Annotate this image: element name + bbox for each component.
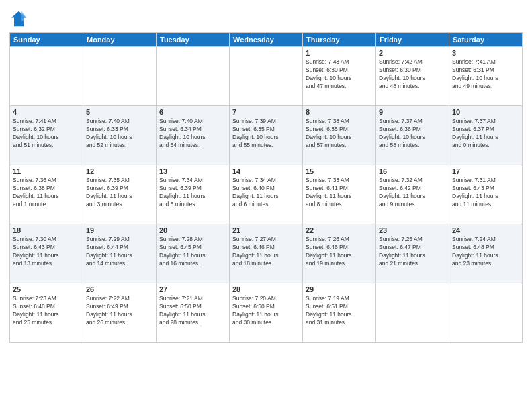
day-number: 25 <box>13 285 80 293</box>
calendar-table: SundayMondayTuesdayWednesdayThursdayFrid… <box>9 32 523 342</box>
day-header-wednesday: Wednesday <box>230 33 303 47</box>
day-header-friday: Friday <box>376 33 449 47</box>
day-cell: 12Sunrise: 7:35 AM Sunset: 6:39 PM Dayli… <box>83 165 157 224</box>
day-number: 6 <box>159 108 226 116</box>
header <box>9 7 523 28</box>
day-number: 10 <box>452 108 519 116</box>
day-number: 18 <box>13 226 80 234</box>
day-info: Sunrise: 7:43 AM Sunset: 6:30 PM Dayligh… <box>306 58 373 91</box>
day-number: 3 <box>452 49 519 57</box>
day-cell: 21Sunrise: 7:27 AM Sunset: 6:46 PM Dayli… <box>230 224 303 283</box>
day-info: Sunrise: 7:32 AM Sunset: 6:42 PM Dayligh… <box>379 177 446 209</box>
day-cell: 4Sunrise: 7:41 AM Sunset: 6:32 PM Daylig… <box>10 106 83 165</box>
day-cell: 13Sunrise: 7:34 AM Sunset: 6:39 PM Dayli… <box>157 165 230 224</box>
day-cell: 25Sunrise: 7:23 AM Sunset: 6:48 PM Dayli… <box>10 283 83 342</box>
day-number: 28 <box>232 285 300 293</box>
day-info: Sunrise: 7:40 AM Sunset: 6:33 PM Dayligh… <box>86 118 153 150</box>
day-info: Sunrise: 7:23 AM Sunset: 6:48 PM Dayligh… <box>13 295 80 327</box>
day-number: 12 <box>86 167 153 175</box>
week-row-2: 4Sunrise: 7:41 AM Sunset: 6:32 PM Daylig… <box>10 106 523 165</box>
day-cell: 28Sunrise: 7:20 AM Sunset: 6:50 PM Dayli… <box>230 283 303 342</box>
day-number: 20 <box>159 226 226 234</box>
day-info: Sunrise: 7:31 AM Sunset: 6:43 PM Dayligh… <box>452 177 519 209</box>
day-info: Sunrise: 7:34 AM Sunset: 6:39 PM Dayligh… <box>159 177 226 209</box>
week-row-1: 1Sunrise: 7:43 AM Sunset: 6:30 PM Daylig… <box>10 47 523 106</box>
day-cell: 2Sunrise: 7:42 AM Sunset: 6:30 PM Daylig… <box>376 47 449 106</box>
day-cell: 6Sunrise: 7:40 AM Sunset: 6:34 PM Daylig… <box>157 106 230 165</box>
day-number: 8 <box>306 108 373 116</box>
day-number: 1 <box>306 49 373 57</box>
day-header-sunday: Sunday <box>10 33 83 47</box>
day-number: 4 <box>13 108 80 116</box>
day-info: Sunrise: 7:28 AM Sunset: 6:45 PM Dayligh… <box>159 236 226 268</box>
header-row: SundayMondayTuesdayWednesdayThursdayFrid… <box>10 33 523 47</box>
day-number: 13 <box>159 167 226 175</box>
day-cell: 17Sunrise: 7:31 AM Sunset: 6:43 PM Dayli… <box>449 165 523 224</box>
day-number: 27 <box>159 285 226 293</box>
day-number: 16 <box>379 167 446 175</box>
day-number: 23 <box>379 226 446 234</box>
week-row-3: 11Sunrise: 7:36 AM Sunset: 6:38 PM Dayli… <box>10 165 523 224</box>
day-info: Sunrise: 7:30 AM Sunset: 6:43 PM Dayligh… <box>13 236 80 268</box>
logo-icon <box>9 9 28 28</box>
day-number: 9 <box>379 108 446 116</box>
day-cell <box>230 47 303 106</box>
day-number: 21 <box>232 226 300 234</box>
page: SundayMondayTuesdayWednesdayThursdayFrid… <box>0 0 532 411</box>
day-info: Sunrise: 7:33 AM Sunset: 6:41 PM Dayligh… <box>306 177 373 209</box>
day-info: Sunrise: 7:39 AM Sunset: 6:35 PM Dayligh… <box>232 118 300 150</box>
day-info: Sunrise: 7:42 AM Sunset: 6:30 PM Dayligh… <box>379 58 446 91</box>
day-cell: 10Sunrise: 7:37 AM Sunset: 6:37 PM Dayli… <box>449 106 523 165</box>
day-cell: 23Sunrise: 7:25 AM Sunset: 6:47 PM Dayli… <box>376 224 449 283</box>
day-info: Sunrise: 7:20 AM Sunset: 6:50 PM Dayligh… <box>232 295 300 327</box>
week-row-4: 18Sunrise: 7:30 AM Sunset: 6:43 PM Dayli… <box>10 224 523 283</box>
svg-marker-0 <box>11 11 26 26</box>
day-number: 5 <box>86 108 153 116</box>
day-cell: 16Sunrise: 7:32 AM Sunset: 6:42 PM Dayli… <box>376 165 449 224</box>
day-number: 17 <box>452 167 519 175</box>
day-info: Sunrise: 7:27 AM Sunset: 6:46 PM Dayligh… <box>232 236 300 268</box>
day-cell: 29Sunrise: 7:19 AM Sunset: 6:51 PM Dayli… <box>303 283 376 342</box>
day-header-monday: Monday <box>83 33 157 47</box>
day-cell <box>449 283 523 342</box>
day-cell: 11Sunrise: 7:36 AM Sunset: 6:38 PM Dayli… <box>10 165 83 224</box>
day-cell: 7Sunrise: 7:39 AM Sunset: 6:35 PM Daylig… <box>230 106 303 165</box>
day-cell: 15Sunrise: 7:33 AM Sunset: 6:41 PM Dayli… <box>303 165 376 224</box>
day-info: Sunrise: 7:41 AM Sunset: 6:32 PM Dayligh… <box>13 118 80 150</box>
day-cell: 22Sunrise: 7:26 AM Sunset: 6:46 PM Dayli… <box>303 224 376 283</box>
day-info: Sunrise: 7:34 AM Sunset: 6:40 PM Dayligh… <box>232 177 300 209</box>
day-header-saturday: Saturday <box>449 33 523 47</box>
day-info: Sunrise: 7:21 AM Sunset: 6:50 PM Dayligh… <box>159 295 226 327</box>
day-cell: 5Sunrise: 7:40 AM Sunset: 6:33 PM Daylig… <box>83 106 157 165</box>
day-info: Sunrise: 7:25 AM Sunset: 6:47 PM Dayligh… <box>379 236 446 268</box>
day-number: 26 <box>86 285 153 293</box>
day-info: Sunrise: 7:40 AM Sunset: 6:34 PM Dayligh… <box>159 118 226 150</box>
day-info: Sunrise: 7:37 AM Sunset: 6:37 PM Dayligh… <box>452 118 519 150</box>
day-number: 29 <box>306 285 373 293</box>
day-header-thursday: Thursday <box>303 33 376 47</box>
day-cell: 1Sunrise: 7:43 AM Sunset: 6:30 PM Daylig… <box>303 47 376 106</box>
day-cell: 8Sunrise: 7:38 AM Sunset: 6:35 PM Daylig… <box>303 106 376 165</box>
day-info: Sunrise: 7:35 AM Sunset: 6:39 PM Dayligh… <box>86 177 153 209</box>
day-number: 24 <box>452 226 519 234</box>
day-number: 14 <box>232 167 300 175</box>
day-number: 11 <box>13 167 80 175</box>
day-cell: 9Sunrise: 7:37 AM Sunset: 6:36 PM Daylig… <box>376 106 449 165</box>
day-cell <box>10 47 83 106</box>
day-info: Sunrise: 7:24 AM Sunset: 6:48 PM Dayligh… <box>452 236 519 268</box>
day-number: 7 <box>232 108 300 116</box>
day-info: Sunrise: 7:22 AM Sunset: 6:49 PM Dayligh… <box>86 295 153 327</box>
day-cell: 14Sunrise: 7:34 AM Sunset: 6:40 PM Dayli… <box>230 165 303 224</box>
svg-marker-1 <box>21 11 26 21</box>
day-info: Sunrise: 7:29 AM Sunset: 6:44 PM Dayligh… <box>86 236 153 268</box>
day-cell <box>376 283 449 342</box>
day-info: Sunrise: 7:37 AM Sunset: 6:36 PM Dayligh… <box>379 118 446 150</box>
day-cell: 24Sunrise: 7:24 AM Sunset: 6:48 PM Dayli… <box>449 224 523 283</box>
logo <box>9 9 31 28</box>
day-number: 19 <box>86 226 153 234</box>
day-info: Sunrise: 7:38 AM Sunset: 6:35 PM Dayligh… <box>306 118 373 150</box>
day-header-tuesday: Tuesday <box>157 33 230 47</box>
day-number: 15 <box>306 167 373 175</box>
day-cell: 26Sunrise: 7:22 AM Sunset: 6:49 PM Dayli… <box>83 283 157 342</box>
day-cell: 19Sunrise: 7:29 AM Sunset: 6:44 PM Dayli… <box>83 224 157 283</box>
